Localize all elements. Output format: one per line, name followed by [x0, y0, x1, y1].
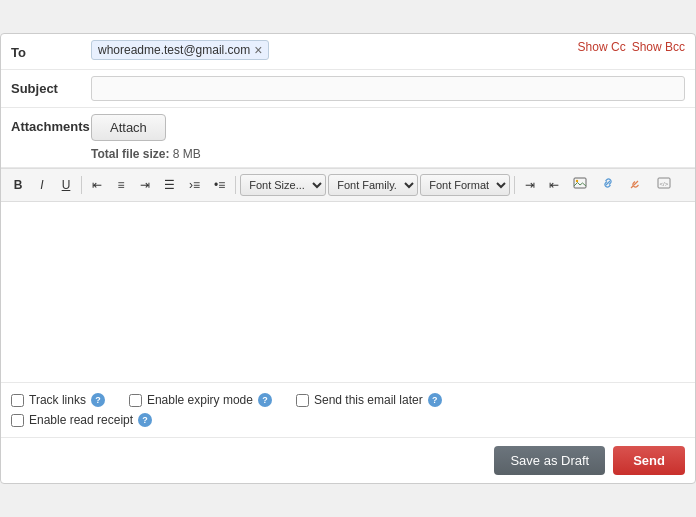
track-links-label: Track links	[29, 393, 86, 407]
unlink-icon	[629, 176, 643, 190]
font-family-select[interactable]: Font Family.	[328, 174, 418, 196]
list-ordered-icon: ›≡	[189, 178, 200, 192]
email-composer: To whoreadme.test@gmail.com × Show Cc Sh…	[0, 33, 696, 485]
track-links-checkbox[interactable]	[11, 394, 24, 407]
bold-btn[interactable]: B	[7, 174, 29, 197]
show-bcc-link[interactable]: Show Bcc	[632, 40, 685, 54]
subject-input[interactable]	[91, 76, 685, 101]
show-cc-link[interactable]: Show Cc	[578, 40, 626, 54]
cc-bcc-links: Show Cc Show Bcc	[578, 40, 685, 54]
toolbar-sep-2	[235, 176, 236, 194]
email-body[interactable]	[1, 202, 695, 382]
attachments-content: Attach Total file size: 8 MB	[91, 114, 685, 161]
indent-icon: ⇥	[525, 178, 535, 192]
list-ordered-btn[interactable]: ›≡	[183, 174, 206, 197]
align-justify-icon: ☰	[164, 178, 175, 192]
align-center-icon: ≡	[117, 178, 124, 192]
send-later-help-icon[interactable]: ?	[428, 393, 442, 407]
toolbar: B I U ⇤ ≡ ⇥ ☰ ›≡ •≡ Font Si	[1, 169, 695, 203]
font-format-select[interactable]: Font Format	[420, 174, 510, 196]
save-draft-button[interactable]: Save as Draft	[494, 446, 605, 475]
recipient-tag[interactable]: whoreadme.test@gmail.com ×	[91, 40, 269, 60]
outdent-icon: ⇤	[549, 178, 559, 192]
send-later-option[interactable]: Send this email later ?	[296, 393, 442, 407]
expiry-mode-checkbox[interactable]	[129, 394, 142, 407]
options-row-1: Track links ? Enable expiry mode ? Send …	[11, 393, 685, 407]
outdent-btn[interactable]: ⇤	[543, 174, 565, 197]
read-receipt-option[interactable]: Enable read receipt ?	[11, 413, 152, 427]
list-unordered-icon: •≡	[214, 178, 225, 192]
svg-text:</>: </>	[660, 181, 669, 187]
link-icon	[601, 176, 615, 190]
read-receipt-help-icon[interactable]: ?	[138, 413, 152, 427]
subject-row: Subject	[1, 70, 695, 108]
send-later-label: Send this email later	[314, 393, 423, 407]
attach-button[interactable]: Attach	[91, 114, 166, 141]
font-size-select[interactable]: Font Size...	[240, 174, 326, 196]
underline-btn[interactable]: U	[55, 174, 77, 197]
file-size-info: Total file size: 8 MB	[91, 147, 201, 161]
image-icon	[573, 176, 587, 190]
link-btn[interactable]	[595, 173, 621, 198]
indent-btn[interactable]: ⇥	[519, 174, 541, 197]
image-btn[interactable]	[567, 173, 593, 198]
send-later-checkbox[interactable]	[296, 394, 309, 407]
source-btn[interactable]: </>	[651, 173, 677, 198]
align-left-icon: ⇤	[92, 178, 102, 192]
send-button[interactable]: Send	[613, 446, 685, 475]
options-row-2: Enable read receipt ?	[11, 413, 685, 427]
italic-btn[interactable]: I	[31, 174, 53, 197]
expiry-mode-label: Enable expiry mode	[147, 393, 253, 407]
remove-recipient-btn[interactable]: ×	[254, 43, 262, 57]
to-row: To whoreadme.test@gmail.com × Show Cc Sh…	[1, 34, 695, 70]
subject-field-content	[91, 76, 685, 101]
subject-label: Subject	[11, 76, 91, 96]
unlink-btn[interactable]	[623, 173, 649, 198]
file-size-label: Total file size:	[91, 147, 169, 161]
attachments-label: Attachments	[11, 114, 91, 134]
read-receipt-label: Enable read receipt	[29, 413, 133, 427]
list-unordered-btn[interactable]: •≡	[208, 174, 231, 197]
attachments-row: Attachments Attach Total file size: 8 MB	[1, 108, 695, 168]
action-bar: Save as Draft Send	[1, 437, 695, 483]
svg-rect-0	[574, 178, 586, 188]
source-icon: </>	[657, 176, 671, 190]
expiry-mode-option[interactable]: Enable expiry mode ?	[129, 393, 272, 407]
align-center-btn[interactable]: ≡	[110, 174, 132, 197]
align-left-btn[interactable]: ⇤	[86, 174, 108, 197]
toolbar-sep-1	[81, 176, 82, 194]
toolbar-sep-3	[514, 176, 515, 194]
recipient-email: whoreadme.test@gmail.com	[98, 43, 250, 57]
svg-point-1	[576, 179, 578, 181]
to-label: To	[11, 40, 91, 60]
editor-area: B I U ⇤ ≡ ⇥ ☰ ›≡ •≡ Font Si	[1, 168, 695, 383]
expiry-mode-help-icon[interactable]: ?	[258, 393, 272, 407]
track-links-help-icon[interactable]: ?	[91, 393, 105, 407]
align-right-icon: ⇥	[140, 178, 150, 192]
align-justify-btn[interactable]: ☰	[158, 174, 181, 197]
svg-line-2	[631, 186, 633, 188]
read-receipt-checkbox[interactable]	[11, 414, 24, 427]
track-links-option[interactable]: Track links ?	[11, 393, 105, 407]
align-right-btn[interactable]: ⇥	[134, 174, 156, 197]
file-size-value: 8 MB	[173, 147, 201, 161]
footer-options: Track links ? Enable expiry mode ? Send …	[1, 382, 695, 437]
